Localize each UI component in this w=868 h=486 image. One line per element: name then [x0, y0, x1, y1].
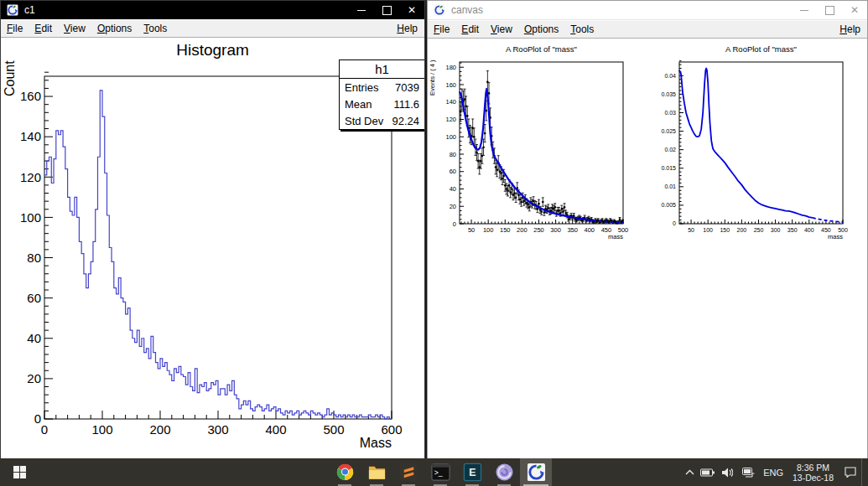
titlebar-c1[interactable]: c1 ✕ [1, 1, 424, 19]
svg-text:120: 120 [445, 116, 456, 123]
svg-text:200: 200 [517, 226, 528, 234]
menu-view[interactable]: View [485, 22, 518, 37]
svg-text:450: 450 [821, 227, 831, 233]
chrome-icon [335, 463, 355, 482]
canvas-rooplot[interactable]: A RooPlot of "mass"501001502002503003504… [428, 39, 867, 460]
speaker-icon[interactable] [717, 458, 737, 486]
svg-text:A RooPlot of "mass": A RooPlot of "mass" [506, 44, 577, 54]
clock[interactable]: 8:36 PM 13-Dec-18 [787, 458, 839, 486]
maximize-button[interactable] [374, 1, 399, 19]
svg-text:300: 300 [550, 226, 561, 234]
start-button[interactable] [0, 458, 39, 486]
svg-text:40: 40 [27, 331, 41, 345]
svg-text:150: 150 [720, 227, 730, 233]
svg-text:200: 200 [737, 227, 747, 233]
svg-text:20: 20 [450, 203, 456, 210]
svg-text:50: 50 [468, 226, 475, 234]
battery-icon[interactable] [697, 458, 717, 486]
root-logo-icon [433, 3, 446, 17]
show-desktop-button[interactable] [861, 458, 868, 486]
language-indicator[interactable]: ENG [759, 458, 787, 486]
svg-text:100: 100 [91, 422, 112, 437]
tray-chevron-icon[interactable] [682, 458, 697, 486]
text-editor-icon: E [463, 463, 482, 482]
menu-options[interactable]: Options [518, 22, 564, 37]
taskbar-apps: >_ E [329, 458, 552, 486]
svg-text:500: 500 [838, 227, 848, 233]
svg-text:160: 160 [445, 81, 456, 89]
window-title: canvas [451, 4, 792, 16]
svg-text:mass: mass [608, 233, 623, 240]
text-editor-icon[interactable]: E [456, 458, 488, 486]
svg-text:0: 0 [673, 220, 676, 226]
window-canvas: canvas ✕ FileEditViewOptionsToolsHelp A … [427, 0, 868, 458]
svg-text:200: 200 [149, 422, 170, 437]
svg-text:Events / ( 4 ): Events / ( 4 ) [429, 59, 436, 96]
close-button[interactable]: ✕ [399, 1, 424, 19]
svg-text:250: 250 [533, 226, 544, 234]
svg-text:500: 500 [323, 422, 344, 437]
menubar-c1: FileEditViewOptionsToolsHelp [1, 19, 424, 38]
svg-text:Count: Count [3, 60, 17, 96]
menu-file[interactable]: File [428, 22, 455, 37]
svg-text:300: 300 [207, 422, 228, 437]
svg-text:0: 0 [453, 220, 456, 228]
svg-text:0: 0 [41, 422, 48, 437]
minimize-button[interactable] [792, 1, 817, 19]
menu-help[interactable]: Help [833, 22, 867, 37]
canvas-c1[interactable]: Histogram 010020030040050060002040608010… [1, 38, 424, 459]
stats-box-title: h1 [340, 60, 424, 79]
svg-text:0.035: 0.035 [661, 91, 676, 97]
window-c1: c1 ✕ FileEditViewOptionsToolsHelp Histog… [0, 0, 425, 458]
clock-date: 13-Dec-18 [793, 473, 834, 483]
svg-text:140: 140 [445, 98, 456, 106]
menu-tools[interactable]: Tools [138, 21, 173, 36]
menu-file[interactable]: File [1, 21, 29, 36]
root-app-icon[interactable] [520, 458, 552, 486]
svg-text:80: 80 [27, 251, 41, 265]
maximize-button[interactable] [817, 1, 842, 19]
svg-text:100: 100 [703, 227, 713, 233]
windows-logo-icon [13, 466, 26, 478]
svg-text:600: 600 [381, 422, 402, 437]
svg-text:100: 100 [483, 226, 494, 234]
network-icon[interactable] [737, 458, 759, 486]
close-button[interactable]: ✕ [842, 1, 867, 19]
minimize-button[interactable] [349, 1, 374, 19]
clock-time: 8:36 PM [797, 463, 829, 473]
titlebar-canvas[interactable]: canvas ✕ [428, 1, 867, 20]
svg-text:350: 350 [567, 226, 578, 234]
sublime-text-icon[interactable] [392, 458, 424, 486]
svg-text:150: 150 [500, 226, 511, 234]
menu-tools[interactable]: Tools [564, 22, 600, 37]
menu-view[interactable]: View [58, 21, 91, 36]
menu-options[interactable]: Options [91, 21, 138, 36]
svg-text:80: 80 [450, 151, 456, 158]
menu-help[interactable]: Help [390, 21, 424, 36]
menu-edit[interactable]: Edit [455, 22, 485, 37]
action-center-icon[interactable] [839, 458, 861, 486]
file-explorer-icon[interactable] [361, 458, 392, 486]
svg-text:60: 60 [450, 168, 456, 175]
bittorrent-icon [495, 463, 514, 482]
svg-text:100: 100 [20, 210, 41, 225]
svg-text:mass: mass [828, 233, 843, 240]
svg-text:0.015: 0.015 [661, 165, 676, 171]
svg-text:50: 50 [688, 227, 694, 233]
svg-text:Mass: Mass [360, 436, 392, 450]
command-prompt-icon[interactable]: >_ [424, 458, 456, 486]
window-title: c1 [24, 4, 349, 16]
root-logo-icon [6, 3, 19, 17]
stats-box[interactable]: h1 Entries7039Mean111.6Std Dev92.24 [339, 59, 424, 130]
command-prompt-icon: >_ [431, 463, 450, 482]
svg-text:250: 250 [754, 227, 764, 233]
menu-edit[interactable]: Edit [29, 21, 58, 36]
rooplot-fit-pad[interactable]: A RooPlot of "mass"501001502002503003504… [428, 39, 647, 460]
rooplot-pdf-pad[interactable]: A RooPlot of "mass"501001502002503003504… [647, 39, 867, 460]
chrome-icon[interactable] [329, 458, 361, 486]
svg-text:40: 40 [450, 185, 456, 193]
svg-text:140: 140 [20, 129, 41, 143]
svg-text:0.03: 0.03 [664, 110, 676, 116]
bittorrent-icon[interactable] [488, 458, 520, 486]
stats-row: Std Dev92.24 [340, 112, 424, 129]
